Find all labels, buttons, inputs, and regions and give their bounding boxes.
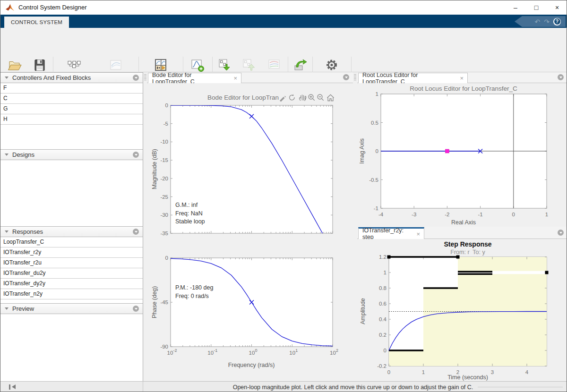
tab-step-response[interactable]: IOTransfer_r2y: step × <box>358 227 424 239</box>
svg-text:-4: -4 <box>378 212 384 217</box>
root-locus-title: Root Locus Editor for LoopTransfer_C <box>410 85 517 92</box>
svg-text:-1: -1 <box>374 205 378 211</box>
undo-icon[interactable]: ↶ <box>535 18 541 25</box>
panel-menu-button[interactable] <box>558 230 564 236</box>
design-requirement-region[interactable] <box>458 274 547 366</box>
tab-control-system[interactable]: CONTROL SYSTEM <box>4 17 69 28</box>
list-item-G[interactable]: G <box>0 104 143 114</box>
rotate-3d-icon[interactable] <box>290 94 294 100</box>
svg-text:-3: -3 <box>412 212 416 217</box>
controllers-panel-header[interactable]: Controllers And Fixed Blocks <box>0 72 143 83</box>
step-response-title: Step Response <box>444 240 491 248</box>
requirement-handle[interactable] <box>545 271 549 274</box>
step-io-subtitle: From: r To: y <box>450 249 485 256</box>
bode-editor-figure: Bode Editor for LoopTran <box>147 83 353 381</box>
edit-plot-icon[interactable] <box>280 96 286 102</box>
svg-text:-35: -35 <box>160 230 168 236</box>
amplitude-axis-label: Amplitude <box>360 298 366 324</box>
svg-text:0: 0 <box>512 212 515 217</box>
status-bar: Open-loop magnitude plot. Left click and… <box>0 381 567 392</box>
requirement-handle[interactable] <box>456 256 460 259</box>
panel-menu-button[interactable] <box>133 229 139 235</box>
step-response-figure: Step Response From: r To: y Amplitude Ti… <box>357 239 567 381</box>
close-tab-icon[interactable]: × <box>233 75 237 81</box>
list-item-F[interactable]: F <box>0 83 143 94</box>
pm-freq-text: Freq: 0 rad/s <box>175 293 209 299</box>
requirement-handle[interactable] <box>387 256 391 259</box>
design-requirement-region[interactable] <box>389 350 423 366</box>
tab-root-locus[interactable]: Root Locus Editor for LoopTransfer_C × <box>358 73 468 83</box>
zoom-in-icon[interactable] <box>309 94 315 101</box>
open-folder-icon <box>2 57 27 74</box>
closed-loop-pole-marker[interactable] <box>445 149 449 153</box>
panel-menu-button[interactable] <box>558 74 564 80</box>
collapse-browser-icon[interactable] <box>9 384 17 390</box>
close-tab-icon[interactable]: × <box>460 75 464 81</box>
list-item-C[interactable]: C <box>0 94 143 104</box>
svg-text:0: 0 <box>387 369 390 375</box>
imag-axis-label: Imag Axis <box>359 138 365 164</box>
list-item-n2y[interactable]: IOTransfer_n2y <box>0 289 143 299</box>
responses-panel-body <box>0 299 143 303</box>
bode-tab-bar: Bode Editor for LoopTransfer_C × <box>147 72 353 83</box>
retrieve-icon <box>236 57 261 74</box>
zoom-out-icon[interactable] <box>318 94 324 101</box>
svg-text:1.2: 1.2 <box>379 254 387 260</box>
svg-text:0.2: 0.2 <box>379 332 387 338</box>
responses-panel-header[interactable]: Responses <box>0 226 143 237</box>
maximize-button[interactable]: □ <box>526 0 547 15</box>
pan-hand-icon[interactable] <box>300 95 306 101</box>
svg-text:102: 102 <box>330 348 338 356</box>
sidebar-splitter[interactable] <box>143 72 147 381</box>
collapse-arrow-icon <box>5 153 9 156</box>
list-item-r2y[interactable]: IOTransfer_r2y <box>0 247 143 258</box>
svg-text:-90: -90 <box>160 344 168 349</box>
redo-icon[interactable]: ↷ <box>544 18 550 25</box>
svg-text:0.5: 0.5 <box>371 120 378 126</box>
svg-text:0.6: 0.6 <box>379 301 387 307</box>
svg-text:1: 1 <box>376 91 378 97</box>
tab-bode-editor[interactable]: Bode Editor for LoopTransfer_C × <box>148 73 241 83</box>
collapse-arrow-icon <box>5 77 9 79</box>
list-item-H[interactable]: H <box>0 114 143 125</box>
list-item-r2u[interactable]: IOTransfer_r2u <box>0 258 143 268</box>
close-tab-icon[interactable]: × <box>416 231 420 237</box>
home-icon[interactable] <box>327 95 334 101</box>
block-diagram-icon <box>53 57 95 74</box>
controllers-panel-body <box>0 125 143 149</box>
status-bar-left <box>0 382 143 392</box>
list-item-dy2y[interactable]: IOTransfer_dy2y <box>0 279 143 289</box>
toolstrip: OpenSession SaveSession <box>0 28 567 72</box>
help-button[interactable]: ? <box>553 18 561 26</box>
collapse-arrow-icon <box>5 230 9 233</box>
svg-text:101: 101 <box>289 348 298 356</box>
svg-text:1: 1 <box>384 270 387 275</box>
list-item-looptransfer[interactable]: LoopTransfer_C <box>0 237 143 247</box>
svg-text:10-2: 10-2 <box>167 348 177 356</box>
minimize-button[interactable]: – <box>505 0 526 15</box>
phase-margin-text: P.M.: -180 deg <box>175 284 213 291</box>
preview-panel-header[interactable]: Preview <box>0 303 143 314</box>
design-requirement-region[interactable] <box>423 288 458 366</box>
control-system-designer-window: Control System Designer – □ × CONTROL SY… <box>0 0 567 392</box>
designs-panel-header[interactable]: Designs <box>0 149 143 160</box>
axes-toolbar <box>280 94 334 102</box>
collapse-arrow-icon <box>5 307 9 310</box>
status-message: Open-loop magnitude plot. Left click and… <box>233 384 473 391</box>
matlab-logo-icon <box>5 3 15 12</box>
center-right-splitter[interactable] <box>353 72 357 381</box>
title-bar: Control System Designer – □ × <box>0 0 567 15</box>
close-button[interactable]: × <box>547 0 567 15</box>
svg-text:-0.5: -0.5 <box>369 177 378 183</box>
panel-menu-button[interactable] <box>133 306 139 312</box>
panel-menu-button[interactable] <box>133 75 139 81</box>
svg-text:-2: -2 <box>445 212 449 217</box>
step-tab-bar: IOTransfer_r2y: step × <box>357 227 567 239</box>
svg-text:-30: -30 <box>160 212 168 218</box>
panel-menu-button[interactable] <box>133 152 139 158</box>
svg-text:3: 3 <box>491 369 494 375</box>
list-item-du2y[interactable]: IOTransfer_du2y <box>0 268 143 279</box>
design-requirement-region[interactable] <box>458 257 547 271</box>
svg-text:-10: -10 <box>160 139 168 145</box>
panel-menu-button[interactable] <box>343 74 349 80</box>
